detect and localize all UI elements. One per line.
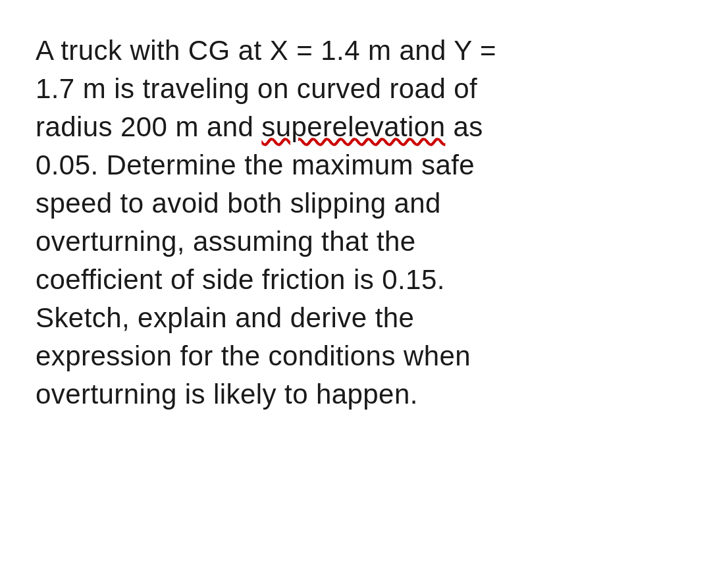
text-span: A truck with CG at X = 1.4 m and Y = bbox=[36, 35, 496, 66]
problem-text: A truck with CG at X = 1.4 m and Y = 1.7… bbox=[36, 32, 675, 414]
text-span-8: Sketch, explain and derive the bbox=[36, 302, 414, 333]
text-span-3a: radius 200 m and bbox=[36, 111, 261, 142]
text-span-7: coefficient of side friction is 0.15. bbox=[36, 264, 445, 295]
wavy-underline-text: superelevation bbox=[261, 111, 445, 142]
text-span-5: speed to avoid both slipping and bbox=[36, 188, 441, 219]
text-span-4: 0.05. Determine the maximum safe bbox=[36, 149, 475, 180]
text-span-9: expression for the conditions when bbox=[36, 340, 471, 371]
text-span-6: overturning, assuming that the bbox=[36, 226, 416, 257]
text-span-3b: as bbox=[445, 111, 483, 142]
text-span-2: 1.7 m is traveling on curved road of bbox=[36, 73, 477, 104]
text-span-10: overturning is likely to happen. bbox=[36, 379, 418, 410]
content-container: A truck with CG at X = 1.4 m and Y = 1.7… bbox=[0, 0, 711, 445]
